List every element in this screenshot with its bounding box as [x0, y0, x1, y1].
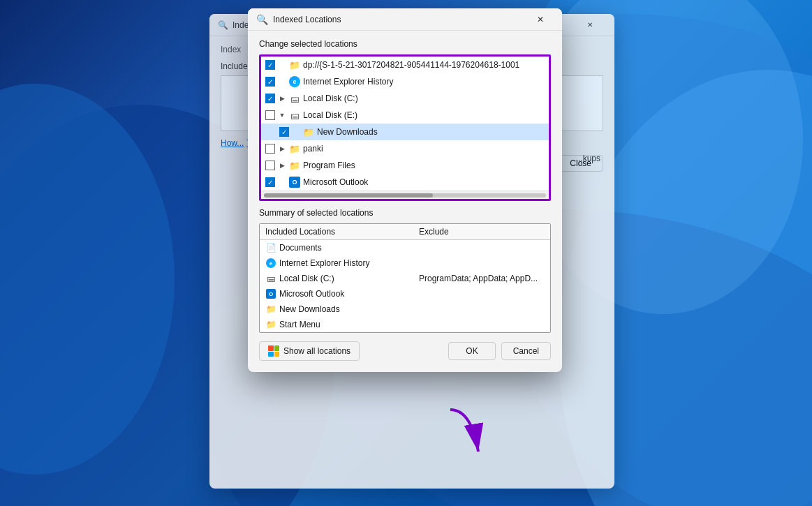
drive-icon-summary-c: 🖴	[265, 273, 276, 284]
summary-loc-ie: e Internet Explorer History	[265, 258, 419, 269]
indexed-locations-dialog: 🔍 Indexed Locations ✕ Change selected lo…	[248, 8, 562, 372]
summary-header-exclude: Exclude	[419, 227, 545, 237]
ie-icon-summary: e	[265, 258, 276, 269]
summary-row-outlook: O Microsoft Outlook	[260, 286, 550, 302]
locations-tree-box: ✓ 📁 dp://{S-1-5-21-3017204821-905441144-…	[259, 54, 551, 201]
label-new-downloads: New Downloads	[317, 127, 545, 137]
show-locations-label: Show all locations	[283, 346, 350, 356]
outlook-icon-tree: O	[289, 177, 300, 188]
summary-text-c: Local Disk (C:)	[279, 274, 334, 283]
summary-text-new-downloads: New Downloads	[279, 304, 340, 314]
summary-text-ie: Internet Explorer History	[279, 258, 369, 268]
bg-close-button[interactable]: ✕	[574, 15, 606, 35]
checkbox-ie[interactable]: ✓	[265, 77, 275, 87]
checkbox-program-files[interactable]	[265, 161, 275, 170]
ok-cancel-group: OK Cancel	[448, 342, 551, 360]
summary-text-documents: Documents	[279, 243, 322, 253]
folder-icon-summary-start-menu: 📁	[265, 319, 276, 330]
dialog-title-icon: 🔍	[256, 14, 267, 25]
summary-text-start-menu: Start Menu	[279, 320, 320, 329]
dialog-close-button[interactable]: ✕	[524, 10, 556, 29]
windows-logo-q3	[268, 352, 274, 357]
ie-icon-tree: e	[289, 76, 300, 87]
ok-button[interactable]: OK	[448, 342, 495, 360]
windows-logo-q1	[268, 345, 274, 351]
dialog-title-text: Indexed Locations	[273, 15, 341, 24]
expand-program-files[interactable]: ▶	[278, 161, 286, 170]
summary-loc-c: 🖴 Local Disk (C:)	[265, 273, 419, 284]
checkbox-panki[interactable]	[265, 144, 275, 154]
bg-window-title-icon: 🔍	[218, 20, 228, 30]
tree-item-e[interactable]: ▼ 🖴 Local Disk (E:)	[261, 107, 549, 124]
folder-icon-summary-new-downloads: 📁	[265, 304, 276, 315]
doc-icon-documents: 📄	[265, 242, 276, 253]
change-locations-title: Change selected locations	[259, 39, 551, 49]
drive-icon-c: 🖴	[289, 93, 300, 104]
tree-item-dp[interactable]: ✓ 📁 dp://{S-1-5-21-3017204821-905441144-…	[261, 57, 549, 73]
summary-exclude-c: ProgramData; AppData; AppD...	[419, 274, 545, 283]
tree-scrollbar[interactable]	[261, 191, 549, 199]
checkbox-c[interactable]: ✓	[265, 94, 275, 103]
expand-c[interactable]: ▶	[278, 94, 286, 103]
expand-panki[interactable]: ▶	[278, 144, 286, 153]
summary-loc-new-downloads: 📁 New Downloads	[265, 304, 419, 315]
label-dp: dp://{S-1-5-21-3017204821-905441144-1976…	[303, 60, 545, 70]
summary-loc-start-menu: 📁 Start Menu	[265, 319, 419, 330]
label-e: Local Disk (E:)	[303, 110, 545, 120]
summary-box: Included Locations Exclude 📄 Documents e…	[259, 223, 551, 333]
folder-icon-dp: 📁	[289, 59, 300, 70]
checkbox-e[interactable]	[265, 110, 275, 120]
checkbox-outlook[interactable]: ✓	[265, 177, 275, 187]
bg-how-link[interactable]: How...	[221, 138, 244, 148]
scrollbar-track	[264, 193, 546, 198]
dialog-titlebar: 🔍 Indexed Locations ✕	[248, 8, 562, 31]
tree-item-outlook[interactable]: ✓ O Microsoft Outlook	[261, 174, 549, 191]
dialog-body: Change selected locations ✓ 📁 dp://{S-1-…	[248, 31, 562, 372]
tree-item-panki[interactable]: ▶ 📁 panki	[261, 140, 549, 157]
expand-ie	[278, 77, 286, 86]
folder-icon-panki: 📁	[289, 143, 300, 154]
summary-header: Included Locations Exclude	[260, 224, 550, 240]
checkbox-new-downloads[interactable]: ✓	[279, 127, 289, 137]
expand-e[interactable]: ▼	[278, 111, 286, 119]
scrollbar-thumb	[264, 193, 433, 198]
folder-icon-new-downloads: 📁	[303, 126, 314, 137]
label-program-files: Program Files	[303, 161, 545, 170]
expand-dp	[278, 61, 286, 69]
tree-item-new-downloads[interactable]: ✓ 📁 New Downloads	[261, 124, 549, 140]
summary-text-outlook: Microsoft Outlook	[279, 289, 344, 299]
label-outlook: Microsoft Outlook	[303, 177, 545, 187]
summary-loc-documents: 📄 Documents	[265, 242, 419, 253]
dialog-buttons-row: Show all locations OK Cancel	[259, 341, 551, 361]
tree-item-ie[interactable]: ✓ e Internet Explorer History	[261, 73, 549, 90]
bg-backups-label: ...kups	[576, 154, 600, 163]
label-panki: panki	[303, 144, 545, 154]
expand-outlook	[278, 178, 286, 186]
windows-logo-icon	[268, 345, 279, 357]
summary-row-c: 🖴 Local Disk (C:) ProgramData; AppData; …	[260, 271, 550, 286]
show-all-locations-button[interactable]: Show all locations	[259, 341, 360, 361]
outlook-icon-summary: O	[265, 288, 276, 299]
summary-title: Summary of selected locations	[259, 208, 551, 218]
folder-icon-program-files: 📁	[289, 160, 300, 171]
summary-row-documents: 📄 Documents	[260, 240, 550, 255]
tree-item-program-files[interactable]: ▶ 📁 Program Files	[261, 157, 549, 174]
checkbox-dp[interactable]: ✓	[265, 60, 275, 70]
summary-loc-outlook: O Microsoft Outlook	[265, 288, 419, 299]
expand-new-downloads	[292, 128, 300, 136]
dialog-title-left: 🔍 Indexed Locations	[256, 14, 341, 25]
summary-row-start-menu: 📁 Start Menu	[260, 317, 550, 332]
summary-row-ie: e Internet Explorer History	[260, 255, 550, 271]
tree-item-c[interactable]: ✓ ▶ 🖴 Local Disk (C:)	[261, 90, 549, 107]
windows-logo-q2	[274, 345, 280, 351]
label-ie: Internet Explorer History	[303, 77, 545, 87]
summary-row-new-downloads: 📁 New Downloads	[260, 302, 550, 317]
cancel-button[interactable]: Cancel	[501, 342, 551, 360]
windows-logo-q4	[274, 352, 280, 357]
label-c: Local Disk (C:)	[303, 94, 545, 103]
drive-icon-e: 🖴	[289, 110, 300, 121]
summary-header-locations: Included Locations	[265, 227, 419, 237]
